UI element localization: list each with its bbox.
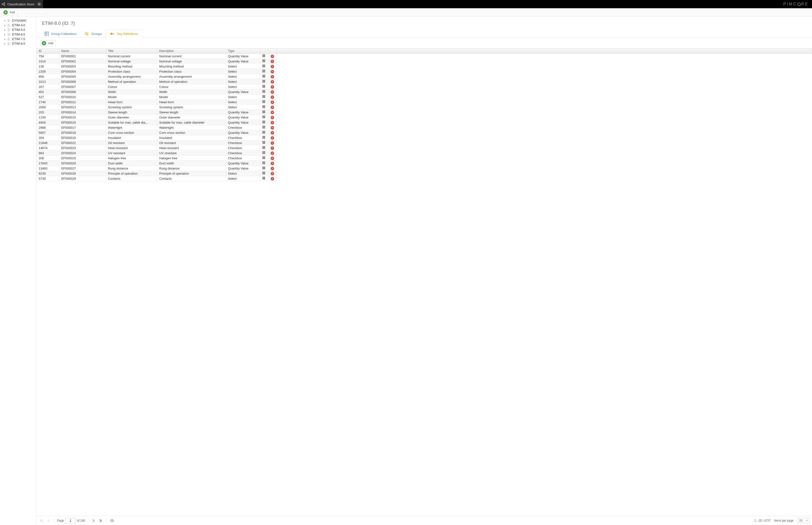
table-row[interactable]: 1740EF000012Head formHead formSelect✕ [37,100,277,105]
table-row[interactable]: 204EF000019InsulatedInsulatedCheckbox✕ [37,135,277,140]
config-icon[interactable] [262,55,265,58]
table-row[interactable]: 963EF000024UV resistantUV resistantCheck… [37,151,277,156]
config-icon[interactable] [262,95,265,99]
config-icon[interactable] [262,121,265,124]
table-row[interactable]: 9239EF000028Principle of operationPrinci… [37,171,277,176]
delete-icon[interactable]: ✕ [271,80,274,84]
config-icon[interactable] [262,75,265,78]
table-row[interactable]: 1014EF000002Nominal voltageNominal volta… [37,59,277,64]
tab-group-collections[interactable]: Group Collections [40,30,80,38]
table-row[interactable]: 136EF000003Mounting methodMounting metho… [37,64,277,69]
delete-icon[interactable]: ✕ [271,167,274,170]
config-icon[interactable] [262,80,265,84]
config-icon[interactable] [262,111,265,114]
expand-icon[interactable]: ▸ [4,33,7,36]
config-icon[interactable] [262,151,265,155]
table-row[interactable]: 1159EF000015Outer diameterOuter diameter… [37,115,277,120]
delete-icon[interactable]: ✕ [271,55,274,58]
table-row[interactable]: 5807EF000018Core cross sectionCore cross… [37,130,277,135]
col-id[interactable]: ID [37,48,59,54]
table-row[interactable]: 206EF000025Halogen freeHalogen freeCheck… [37,156,277,161]
grid-scroll[interactable]: ID Name Title Description Type 754EF0000… [36,48,812,516]
next-page-button[interactable] [91,518,97,523]
delete-icon[interactable]: ✕ [271,60,274,63]
config-icon[interactable] [262,156,265,160]
col-type[interactable]: Type [226,48,260,54]
items-per-page-select[interactable]: 25 [797,518,810,523]
config-icon[interactable] [262,106,265,109]
sidebar-item-etim-4-0[interactable]: ▸ETIM-4.0 [0,23,36,27]
refresh-button[interactable] [109,518,115,523]
header-tab-classification-store[interactable]: Classification Store ✕ [0,0,43,8]
table-row[interactable]: 5739EF000029ContactsContactsSelect✕ [37,176,277,181]
table-row[interactable]: 2060EF000013Screwing systemScrewing syst… [37,105,277,110]
config-icon[interactable] [262,90,265,94]
delete-icon[interactable]: ✕ [271,126,274,130]
table-row[interactable]: 13483EF000027Rung distanceRung distanceQ… [37,166,277,171]
expand-icon[interactable]: ▸ [4,29,7,31]
config-icon[interactable] [262,162,265,165]
table-row[interactable]: 754EF000001Nominal currentNominal curren… [37,54,277,59]
config-icon[interactable] [262,177,265,180]
panel-add-button[interactable]: + Add [40,40,56,46]
config-icon[interactable] [262,136,265,140]
col-description[interactable]: Description [157,48,226,54]
col-title[interactable]: Title [106,48,157,54]
table-row[interactable]: 2868EF000017WatertightWatertightCheckbox… [37,125,277,130]
config-icon[interactable] [262,126,265,130]
delete-icon[interactable]: ✕ [271,65,274,68]
config-icon[interactable] [262,101,265,104]
close-icon[interactable]: ✕ [37,2,41,6]
last-page-button[interactable] [98,518,103,523]
table-row[interactable]: 402EF000008WidthWidthQuantity Value✕ [37,89,277,94]
delete-icon[interactable]: ✕ [271,131,274,135]
col-name[interactable]: Name [59,48,106,54]
expand-icon[interactable]: ▸ [4,24,7,27]
delete-icon[interactable]: ✕ [271,116,274,119]
tab-groups[interactable]: Groups [80,30,106,38]
first-page-button[interactable] [39,518,44,523]
prev-page-button[interactable] [46,518,51,523]
table-row[interactable]: 21848EF000022Oil resistantOil resistantC… [37,140,277,146]
config-icon[interactable] [262,65,265,68]
delete-icon[interactable]: ✕ [271,177,274,180]
table-row[interactable]: 4404EF000016Suitable for max. cable dia.… [37,120,277,125]
sidebar-item-etim-8-0[interactable]: ▸ETIM-8.0 [0,41,36,46]
delete-icon[interactable]: ✕ [271,95,274,99]
delete-icon[interactable]: ✕ [271,147,274,150]
sidebar-item-etim-5-0[interactable]: ▸ETIM-5.0 [0,27,36,32]
table-row[interactable]: 2209EF000004Protection classProtection c… [37,69,277,74]
delete-icon[interactable]: ✕ [271,70,274,73]
delete-icon[interactable]: ✕ [271,90,274,94]
config-icon[interactable] [262,85,265,89]
table-row[interactable]: 1013EF000006Method of operationMethod of… [37,79,277,84]
delete-icon[interactable]: ✕ [271,101,274,104]
table-row[interactable]: 527EF000010ModelModelSelect✕ [37,94,277,100]
delete-icon[interactable]: ✕ [271,172,274,175]
config-icon[interactable] [262,172,265,175]
config-icon[interactable] [262,70,265,73]
config-icon[interactable] [262,60,265,63]
delete-icon[interactable]: ✕ [271,151,274,155]
config-icon[interactable] [262,141,265,145]
delete-icon[interactable]: ✕ [271,85,274,89]
config-icon[interactable] [262,147,265,150]
table-row[interactable]: 207EF000007ColourColourSelect✕ [37,84,277,89]
tab-key-definitions[interactable]: Key Definitions [106,30,142,38]
expand-icon[interactable]: ▸ [4,19,7,22]
config-icon[interactable] [262,131,265,135]
add-button[interactable]: + Add [2,9,17,16]
expand-icon[interactable]: ▸ [4,38,7,40]
expand-icon[interactable]: ▸ [4,43,7,45]
delete-icon[interactable]: ✕ [271,106,274,109]
sidebar-item-etim-7-0[interactable]: ▸ETIM-7.0 [0,37,36,41]
delete-icon[interactable]: ✕ [271,75,274,78]
config-icon[interactable] [262,167,265,170]
delete-icon[interactable]: ✕ [271,136,274,140]
delete-icon[interactable]: ✕ [271,162,274,165]
sidebar-item-etim-6-0[interactable]: ▸ETIM-6.0 [0,32,36,37]
delete-icon[interactable]: ✕ [271,121,274,124]
sidebar-item-dynamic[interactable]: ▸DYNAMIC [0,18,36,23]
delete-icon[interactable]: ✕ [271,141,274,145]
table-row[interactable]: 856EF000005Assembly arrangementAssembly … [37,74,277,79]
